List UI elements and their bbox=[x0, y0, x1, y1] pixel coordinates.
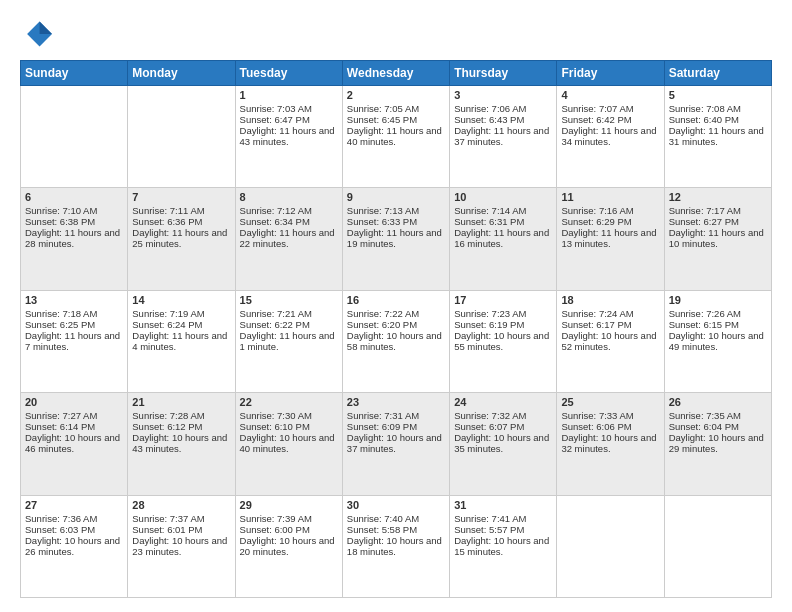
day-number: 30 bbox=[347, 499, 445, 511]
sunrise-text: Sunrise: 7:39 AM bbox=[240, 513, 338, 524]
sunset-text: Sunset: 6:42 PM bbox=[561, 114, 659, 125]
calendar-cell: 21Sunrise: 7:28 AMSunset: 6:12 PMDayligh… bbox=[128, 393, 235, 495]
sunset-text: Sunset: 5:57 PM bbox=[454, 524, 552, 535]
day-number: 21 bbox=[132, 396, 230, 408]
day-number: 25 bbox=[561, 396, 659, 408]
sunset-text: Sunset: 6:07 PM bbox=[454, 421, 552, 432]
daylight-text: Daylight: 10 hours and 18 minutes. bbox=[347, 535, 445, 557]
daylight-text: Daylight: 10 hours and 32 minutes. bbox=[561, 432, 659, 454]
sunrise-text: Sunrise: 7:18 AM bbox=[25, 308, 123, 319]
sunrise-text: Sunrise: 7:16 AM bbox=[561, 205, 659, 216]
logo-icon bbox=[20, 18, 52, 50]
sunrise-text: Sunrise: 7:08 AM bbox=[669, 103, 767, 114]
sunrise-text: Sunrise: 7:10 AM bbox=[25, 205, 123, 216]
calendar-cell: 16Sunrise: 7:22 AMSunset: 6:20 PMDayligh… bbox=[342, 290, 449, 392]
daylight-text: Daylight: 11 hours and 10 minutes. bbox=[669, 227, 767, 249]
calendar-cell: 22Sunrise: 7:30 AMSunset: 6:10 PMDayligh… bbox=[235, 393, 342, 495]
calendar-week-5: 27Sunrise: 7:36 AMSunset: 6:03 PMDayligh… bbox=[21, 495, 772, 597]
calendar-cell: 29Sunrise: 7:39 AMSunset: 6:00 PMDayligh… bbox=[235, 495, 342, 597]
calendar-cell bbox=[664, 495, 771, 597]
daylight-text: Daylight: 10 hours and 35 minutes. bbox=[454, 432, 552, 454]
daylight-text: Daylight: 10 hours and 40 minutes. bbox=[240, 432, 338, 454]
sunset-text: Sunset: 5:58 PM bbox=[347, 524, 445, 535]
svg-marker-1 bbox=[40, 22, 52, 34]
day-number: 11 bbox=[561, 191, 659, 203]
sunset-text: Sunset: 6:22 PM bbox=[240, 319, 338, 330]
sunset-text: Sunset: 6:47 PM bbox=[240, 114, 338, 125]
calendar-cell: 1Sunrise: 7:03 AMSunset: 6:47 PMDaylight… bbox=[235, 86, 342, 188]
sunrise-text: Sunrise: 7:23 AM bbox=[454, 308, 552, 319]
sunset-text: Sunset: 6:24 PM bbox=[132, 319, 230, 330]
calendar-cell: 19Sunrise: 7:26 AMSunset: 6:15 PMDayligh… bbox=[664, 290, 771, 392]
sunset-text: Sunset: 6:09 PM bbox=[347, 421, 445, 432]
sunrise-text: Sunrise: 7:17 AM bbox=[669, 205, 767, 216]
daylight-text: Daylight: 11 hours and 1 minute. bbox=[240, 330, 338, 352]
calendar-cell: 27Sunrise: 7:36 AMSunset: 6:03 PMDayligh… bbox=[21, 495, 128, 597]
calendar-header-row: SundayMondayTuesdayWednesdayThursdayFrid… bbox=[21, 61, 772, 86]
calendar-cell: 3Sunrise: 7:06 AMSunset: 6:43 PMDaylight… bbox=[450, 86, 557, 188]
sunrise-text: Sunrise: 7:06 AM bbox=[454, 103, 552, 114]
sunrise-text: Sunrise: 7:32 AM bbox=[454, 410, 552, 421]
calendar-week-4: 20Sunrise: 7:27 AMSunset: 6:14 PMDayligh… bbox=[21, 393, 772, 495]
daylight-text: Daylight: 10 hours and 46 minutes. bbox=[25, 432, 123, 454]
daylight-text: Daylight: 11 hours and 40 minutes. bbox=[347, 125, 445, 147]
calendar-header-saturday: Saturday bbox=[664, 61, 771, 86]
daylight-text: Daylight: 11 hours and 34 minutes. bbox=[561, 125, 659, 147]
daylight-text: Daylight: 11 hours and 31 minutes. bbox=[669, 125, 767, 147]
sunset-text: Sunset: 6:03 PM bbox=[25, 524, 123, 535]
sunrise-text: Sunrise: 7:13 AM bbox=[347, 205, 445, 216]
day-number: 10 bbox=[454, 191, 552, 203]
daylight-text: Daylight: 10 hours and 23 minutes. bbox=[132, 535, 230, 557]
sunset-text: Sunset: 6:20 PM bbox=[347, 319, 445, 330]
sunset-text: Sunset: 6:14 PM bbox=[25, 421, 123, 432]
calendar-week-1: 1Sunrise: 7:03 AMSunset: 6:47 PMDaylight… bbox=[21, 86, 772, 188]
sunset-text: Sunset: 6:12 PM bbox=[132, 421, 230, 432]
calendar-week-2: 6Sunrise: 7:10 AMSunset: 6:38 PMDaylight… bbox=[21, 188, 772, 290]
sunrise-text: Sunrise: 7:41 AM bbox=[454, 513, 552, 524]
calendar-cell: 25Sunrise: 7:33 AMSunset: 6:06 PMDayligh… bbox=[557, 393, 664, 495]
sunset-text: Sunset: 6:31 PM bbox=[454, 216, 552, 227]
day-number: 29 bbox=[240, 499, 338, 511]
calendar-cell bbox=[21, 86, 128, 188]
sunset-text: Sunset: 6:36 PM bbox=[132, 216, 230, 227]
calendar-cell: 8Sunrise: 7:12 AMSunset: 6:34 PMDaylight… bbox=[235, 188, 342, 290]
daylight-text: Daylight: 10 hours and 29 minutes. bbox=[669, 432, 767, 454]
calendar-cell: 13Sunrise: 7:18 AMSunset: 6:25 PMDayligh… bbox=[21, 290, 128, 392]
sunset-text: Sunset: 6:29 PM bbox=[561, 216, 659, 227]
day-number: 1 bbox=[240, 89, 338, 101]
sunrise-text: Sunrise: 7:11 AM bbox=[132, 205, 230, 216]
sunrise-text: Sunrise: 7:37 AM bbox=[132, 513, 230, 524]
calendar-cell: 26Sunrise: 7:35 AMSunset: 6:04 PMDayligh… bbox=[664, 393, 771, 495]
day-number: 12 bbox=[669, 191, 767, 203]
sunrise-text: Sunrise: 7:35 AM bbox=[669, 410, 767, 421]
day-number: 16 bbox=[347, 294, 445, 306]
header bbox=[20, 18, 772, 50]
day-number: 22 bbox=[240, 396, 338, 408]
day-number: 31 bbox=[454, 499, 552, 511]
calendar-cell: 30Sunrise: 7:40 AMSunset: 5:58 PMDayligh… bbox=[342, 495, 449, 597]
sunrise-text: Sunrise: 7:36 AM bbox=[25, 513, 123, 524]
sunrise-text: Sunrise: 7:33 AM bbox=[561, 410, 659, 421]
day-number: 5 bbox=[669, 89, 767, 101]
day-number: 17 bbox=[454, 294, 552, 306]
calendar-cell: 17Sunrise: 7:23 AMSunset: 6:19 PMDayligh… bbox=[450, 290, 557, 392]
sunset-text: Sunset: 6:33 PM bbox=[347, 216, 445, 227]
calendar-cell: 11Sunrise: 7:16 AMSunset: 6:29 PMDayligh… bbox=[557, 188, 664, 290]
sunset-text: Sunset: 6:27 PM bbox=[669, 216, 767, 227]
daylight-text: Daylight: 10 hours and 26 minutes. bbox=[25, 535, 123, 557]
logo bbox=[20, 18, 56, 50]
daylight-text: Daylight: 10 hours and 15 minutes. bbox=[454, 535, 552, 557]
sunrise-text: Sunrise: 7:19 AM bbox=[132, 308, 230, 319]
day-number: 28 bbox=[132, 499, 230, 511]
day-number: 2 bbox=[347, 89, 445, 101]
sunset-text: Sunset: 6:17 PM bbox=[561, 319, 659, 330]
calendar-cell: 15Sunrise: 7:21 AMSunset: 6:22 PMDayligh… bbox=[235, 290, 342, 392]
sunset-text: Sunset: 6:38 PM bbox=[25, 216, 123, 227]
sunrise-text: Sunrise: 7:05 AM bbox=[347, 103, 445, 114]
sunset-text: Sunset: 6:00 PM bbox=[240, 524, 338, 535]
calendar-cell: 12Sunrise: 7:17 AMSunset: 6:27 PMDayligh… bbox=[664, 188, 771, 290]
calendar-cell: 7Sunrise: 7:11 AMSunset: 6:36 PMDaylight… bbox=[128, 188, 235, 290]
calendar-cell: 24Sunrise: 7:32 AMSunset: 6:07 PMDayligh… bbox=[450, 393, 557, 495]
sunrise-text: Sunrise: 7:07 AM bbox=[561, 103, 659, 114]
day-number: 13 bbox=[25, 294, 123, 306]
